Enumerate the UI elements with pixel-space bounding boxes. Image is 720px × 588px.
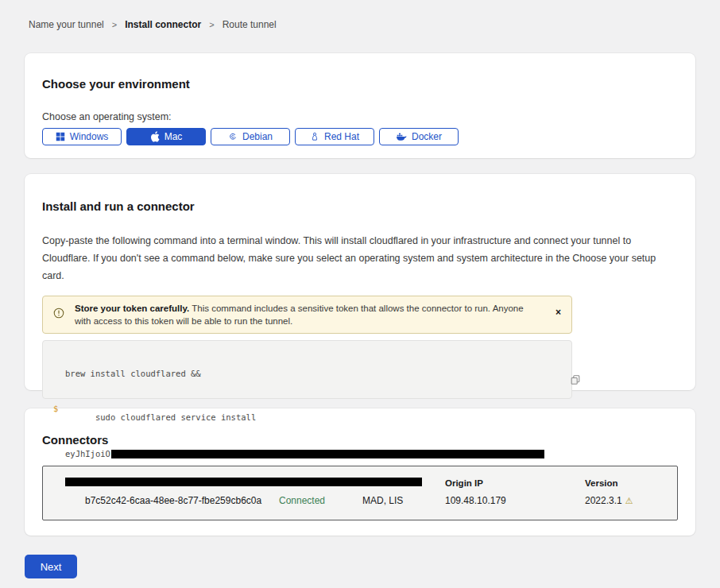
col-version: Version bbox=[585, 478, 677, 488]
breadcrumb-separator: > bbox=[209, 20, 214, 29]
breadcrumb-step-route-tunnel[interactable]: Route tunnel bbox=[223, 19, 277, 30]
os-button-label: Windows bbox=[70, 131, 109, 142]
breadcrumb-separator: > bbox=[112, 20, 117, 29]
next-button[interactable]: Next bbox=[25, 555, 77, 578]
version-value: 2022.3.1 ⚠ bbox=[585, 495, 677, 506]
warning-title: Store your token carefully. bbox=[75, 304, 189, 313]
code-token-line: eyJhIjoiO bbox=[65, 450, 571, 459]
os-button-redhat[interactable]: Red Hat bbox=[295, 128, 374, 145]
warning-triangle-icon: ⚠ bbox=[625, 496, 633, 506]
os-button-label: Docker bbox=[412, 131, 442, 142]
windows-logo-icon bbox=[56, 132, 65, 141]
os-button-label: Debian bbox=[242, 131, 273, 142]
apple-logo-icon bbox=[150, 131, 160, 142]
install-connector-card: Install and run a connector Copy-paste t… bbox=[25, 174, 695, 390]
breadcrumb: Name your tunnel > Install connector > R… bbox=[29, 19, 720, 30]
breadcrumb-step-install-connector[interactable]: Install connector bbox=[125, 19, 201, 30]
breadcrumb-step-name-your-tunnel[interactable]: Name your tunnel bbox=[29, 19, 104, 30]
redacted-token-bar bbox=[65, 478, 422, 486]
install-description: Copy-paste the following command into a … bbox=[42, 232, 675, 284]
os-button-mac[interactable]: Mac bbox=[126, 128, 206, 145]
os-button-windows[interactable]: Windows bbox=[42, 128, 122, 145]
choose-environment-card: Choose your environment Choose an operat… bbox=[25, 53, 695, 158]
debian-logo-icon bbox=[228, 132, 238, 141]
os-select-label: Choose an operating system: bbox=[42, 111, 678, 122]
install-command-code-block: brew install cloudflared && $sudo cloudf… bbox=[42, 340, 572, 399]
copy-icon[interactable] bbox=[540, 365, 551, 377]
install-card-title: Install and run a connector bbox=[42, 199, 678, 213]
os-button-label: Red Hat bbox=[324, 131, 359, 142]
code-line-2: $sudo cloudflared service install bbox=[65, 404, 571, 432]
shell-prompt: $ bbox=[53, 404, 58, 414]
redacted-token-bar bbox=[111, 450, 544, 458]
os-button-debian[interactable]: Debian bbox=[211, 128, 290, 145]
alert-circle-icon bbox=[53, 308, 64, 322]
docker-logo-icon bbox=[396, 132, 407, 141]
close-icon[interactable]: × bbox=[555, 308, 561, 317]
code-line-1: brew install cloudflared && bbox=[65, 369, 571, 379]
os-button-label: Mac bbox=[165, 131, 183, 142]
os-button-group: Windows Mac Debian bbox=[42, 128, 678, 145]
token-warning-banner: Store your token carefully. This command… bbox=[42, 296, 572, 334]
os-button-docker[interactable]: Docker bbox=[379, 128, 459, 145]
redhat-logo-icon bbox=[310, 132, 319, 142]
environment-card-title: Choose your environment bbox=[42, 77, 678, 91]
